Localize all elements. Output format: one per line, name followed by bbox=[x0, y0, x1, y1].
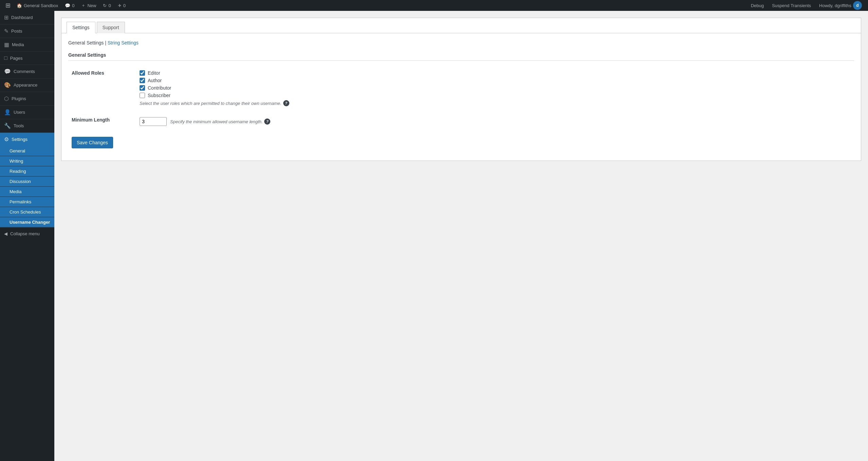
collapse-menu-button[interactable]: ◀ Collapse menu bbox=[0, 228, 54, 240]
tab-bar: Settings Support bbox=[61, 18, 861, 33]
users-icon: 👤 bbox=[4, 109, 11, 115]
settings-submenu: General Writing Reading Discussion Media bbox=[0, 146, 54, 227]
role-editor-label[interactable]: Editor bbox=[148, 70, 160, 76]
collapse-icon: ◀ bbox=[4, 231, 7, 236]
subnav-string-link[interactable]: String Settings bbox=[108, 40, 139, 45]
settings-icon: ⚙ bbox=[4, 136, 9, 143]
submenu-link-permalinks[interactable]: Permalinks bbox=[0, 197, 54, 207]
role-contributor-row: Contributor bbox=[140, 85, 851, 91]
sidebar-label-posts: Posts bbox=[11, 29, 22, 34]
settings-wrap: Settings Support General Settings | Stri… bbox=[61, 18, 861, 161]
minimum-length-description: Specify the minimum allowed username len… bbox=[170, 118, 270, 125]
adminbar-updates[interactable]: ↻ 0 bbox=[100, 0, 114, 11]
submenu-link-reading[interactable]: Reading bbox=[0, 166, 54, 176]
role-author-checkbox[interactable] bbox=[140, 78, 145, 83]
settings-form-table: Allowed Roles Editor Author bbox=[68, 65, 854, 131]
sidebar: ⊞ Dashboard ✎ Posts ▦ Media □ Page bbox=[0, 11, 54, 461]
adminbar-howdy[interactable]: Howdy, dgriffiths d bbox=[816, 0, 865, 11]
tab-settings[interactable]: Settings bbox=[67, 22, 95, 33]
submenu-item-media[interactable]: Media bbox=[0, 187, 54, 197]
sidebar-label-tools: Tools bbox=[14, 123, 24, 128]
updates-icon: ↻ bbox=[103, 3, 107, 8]
debug-label: Debug bbox=[751, 3, 764, 8]
save-changes-button[interactable]: Save Changes bbox=[72, 137, 113, 148]
dashboard-icon: ⊞ bbox=[4, 14, 8, 21]
minimum-length-label: Minimum Length bbox=[68, 112, 136, 131]
new-icon: ＋ bbox=[81, 2, 86, 8]
pages-icon: □ bbox=[4, 55, 7, 61]
submenu-link-discussion[interactable]: Discussion bbox=[0, 177, 54, 186]
role-contributor-checkbox[interactable] bbox=[140, 85, 145, 91]
submenu-item-writing[interactable]: Writing bbox=[0, 156, 54, 166]
settings-subnav: General Settings | String Settings bbox=[68, 40, 854, 45]
role-contributor-label[interactable]: Contributor bbox=[148, 85, 171, 91]
role-author-label[interactable]: Author bbox=[148, 78, 162, 83]
wp-logo[interactable]: ⊞ bbox=[3, 2, 13, 9]
sidebar-item-tools[interactable]: 🔧 Tools bbox=[0, 119, 54, 133]
sidebar-label-comments: Comments bbox=[14, 69, 35, 74]
submenu-item-username-changer[interactable]: Username Changer bbox=[0, 217, 54, 227]
role-subscriber-checkbox[interactable] bbox=[140, 93, 145, 98]
appearance-icon: 🎨 bbox=[4, 82, 11, 88]
submenu-item-discussion[interactable]: Discussion bbox=[0, 177, 54, 187]
adminbar-comments[interactable]: 💬 0 bbox=[61, 0, 78, 11]
allowed-roles-field: Editor Author Contributor bbox=[136, 65, 854, 112]
sidebar-item-settings[interactable]: ⚙ Settings General Writing Reading Discu… bbox=[0, 133, 54, 228]
role-editor-checkbox[interactable] bbox=[140, 70, 145, 76]
adminbar-new[interactable]: ＋ New bbox=[78, 0, 100, 11]
sidebar-item-media[interactable]: ▦ Media bbox=[0, 38, 54, 52]
adminbar-site[interactable]: 🏠 General Sandbox bbox=[13, 0, 61, 11]
submit-section: Save Changes bbox=[68, 131, 854, 154]
sidebar-item-appearance[interactable]: 🎨 Appearance bbox=[0, 78, 54, 92]
avatar: d bbox=[853, 1, 862, 10]
submenu-link-cron[interactable]: Cron Schedules bbox=[0, 207, 54, 217]
role-author-row: Author bbox=[140, 78, 851, 83]
collapse-label: Collapse menu bbox=[10, 231, 40, 236]
suspend-label: Suspend Transients bbox=[772, 3, 811, 8]
minimum-length-input[interactable] bbox=[140, 117, 167, 126]
tab-support[interactable]: Support bbox=[97, 22, 125, 33]
new-label: New bbox=[87, 3, 96, 8]
comments-icon: 💬 bbox=[4, 68, 11, 75]
adminbar-plugins[interactable]: ✈ 0 bbox=[114, 0, 129, 11]
subnav-separator: | bbox=[105, 40, 108, 45]
media-icon: ▦ bbox=[4, 41, 9, 48]
plugins-icon: ⬡ bbox=[4, 95, 9, 102]
minimum-length-help-icon[interactable]: ? bbox=[264, 118, 270, 125]
submenu-link-general[interactable]: General bbox=[0, 146, 54, 156]
sidebar-item-posts[interactable]: ✎ Posts bbox=[0, 24, 54, 38]
minimum-length-desc-text: Specify the minimum allowed username len… bbox=[170, 119, 263, 124]
comments-count: 0 bbox=[72, 3, 74, 8]
role-subscriber-label[interactable]: Subscriber bbox=[148, 93, 170, 98]
sidebar-item-dashboard[interactable]: ⊞ Dashboard bbox=[0, 11, 54, 24]
tools-icon: 🔧 bbox=[4, 123, 11, 129]
adminbar-suspend[interactable]: Suspend Transients bbox=[768, 0, 814, 11]
sidebar-label-media: Media bbox=[12, 42, 24, 47]
comments-icon: 💬 bbox=[65, 3, 70, 8]
adminbar-right: Debug Suspend Transients Howdy, dgriffit… bbox=[747, 0, 865, 11]
allowed-roles-help-icon[interactable]: ? bbox=[283, 100, 289, 106]
submenu-item-permalinks[interactable]: Permalinks bbox=[0, 197, 54, 207]
site-icon: 🏠 bbox=[17, 3, 22, 8]
submenu-item-cron[interactable]: Cron Schedules bbox=[0, 207, 54, 217]
sidebar-item-comments[interactable]: 💬 Comments bbox=[0, 65, 54, 78]
admin-bar: ⊞ 🏠 General Sandbox 💬 0 ＋ New ↻ 0 ✈ 0 De… bbox=[0, 0, 868, 11]
main-layout: ⊞ Dashboard ✎ Posts ▦ Media □ Page bbox=[0, 11, 868, 461]
adminbar-debug[interactable]: Debug bbox=[747, 0, 767, 11]
sidebar-item-users[interactable]: 👤 Users bbox=[0, 106, 54, 119]
allowed-roles-description: Select the user roles which are permitte… bbox=[140, 100, 851, 106]
sidebar-label-settings: Settings bbox=[12, 137, 28, 142]
sidebar-label-pages: Pages bbox=[10, 56, 23, 61]
submenu-item-reading[interactable]: Reading bbox=[0, 166, 54, 177]
sidebar-item-pages[interactable]: □ Pages bbox=[0, 52, 54, 65]
sidebar-item-plugins[interactable]: ⬡ Plugins bbox=[0, 92, 54, 106]
submenu-link-writing[interactable]: Writing bbox=[0, 156, 54, 166]
minimum-length-row: Minimum Length Specify the minimum allow… bbox=[68, 112, 854, 131]
section-title: General Settings bbox=[68, 52, 854, 61]
role-subscriber-row: Subscriber bbox=[140, 93, 851, 98]
submenu-link-media[interactable]: Media bbox=[0, 187, 54, 197]
submenu-item-general[interactable]: General bbox=[0, 146, 54, 156]
plugins-count: 0 bbox=[123, 3, 126, 8]
admin-menu: ⊞ Dashboard ✎ Posts ▦ Media □ Page bbox=[0, 11, 54, 228]
submenu-link-username-changer[interactable]: Username Changer bbox=[0, 217, 54, 227]
